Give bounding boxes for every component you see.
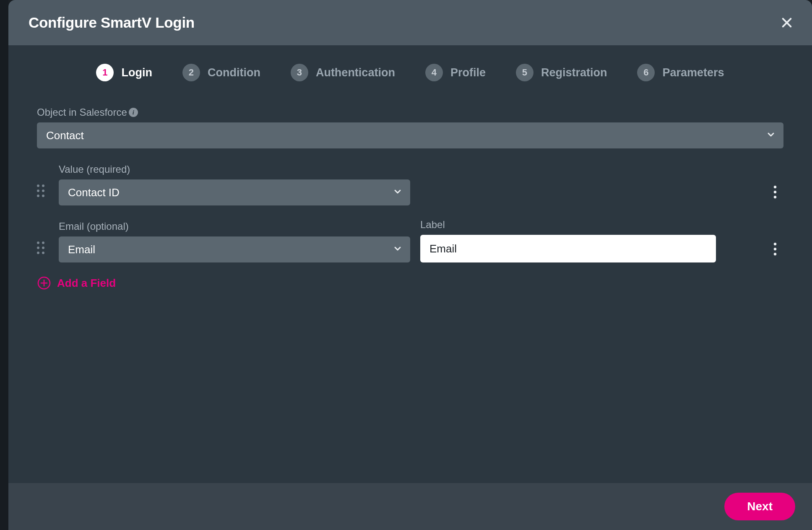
chevron-down-icon — [393, 244, 403, 255]
step-number: 5 — [516, 64, 534, 81]
value-select[interactable]: Contact ID — [59, 179, 410, 205]
row-menu-button[interactable] — [767, 185, 783, 205]
step-login[interactable]: 1 Login — [96, 64, 152, 81]
svg-point-7 — [774, 253, 776, 255]
step-authentication[interactable]: 3 Authentication — [291, 64, 395, 81]
modal-body: Object in Salesforce i Contact Value (re… — [8, 107, 812, 483]
configure-login-modal: Configure SmartV Login 1 Login 2 Conditi… — [8, 0, 812, 530]
field-select-label: Value (required) — [59, 164, 410, 175]
modal-footer: Next — [8, 483, 812, 530]
field-rows: Value (required) Contact ID — [37, 164, 783, 262]
step-number: 3 — [291, 64, 308, 81]
label-input[interactable] — [420, 235, 716, 262]
svg-point-6 — [774, 248, 776, 250]
add-field-label: Add a Field — [57, 277, 116, 290]
field-select-column: Email (optional) Email — [59, 221, 410, 262]
email-select[interactable]: Email — [59, 236, 410, 262]
close-icon — [780, 16, 794, 29]
step-number: 2 — [182, 64, 200, 81]
info-icon[interactable]: i — [129, 108, 138, 117]
step-parameters[interactable]: 6 Parameters — [637, 64, 724, 81]
backdrop — [0, 0, 8, 530]
close-button[interactable] — [777, 13, 797, 33]
modal-title: Configure SmartV Login — [29, 14, 195, 31]
step-label: Registration — [541, 66, 607, 79]
wizard-steps: 1 Login 2 Condition 3 Authentication 4 P… — [8, 45, 812, 107]
step-label: Condition — [208, 66, 260, 79]
modal-header: Configure SmartV Login — [8, 0, 812, 45]
step-label: Authentication — [316, 66, 395, 79]
drag-handle-icon[interactable] — [37, 242, 49, 262]
field-text-label: Label — [420, 219, 716, 231]
step-number: 6 — [637, 64, 655, 81]
object-select[interactable]: Contact — [37, 122, 783, 148]
row-menu-button[interactable] — [767, 242, 783, 262]
step-label: Profile — [450, 66, 486, 79]
field-select-column: Value (required) Contact ID — [59, 164, 410, 205]
svg-point-4 — [774, 196, 776, 198]
add-field-button[interactable]: Add a Field — [37, 276, 783, 290]
email-select-value: Email — [68, 243, 95, 256]
object-select-value: Contact — [46, 129, 84, 142]
step-number: 1 — [96, 64, 114, 81]
object-label-text: Object in Salesforce — [37, 107, 127, 118]
svg-point-3 — [774, 191, 776, 193]
drag-handle-icon[interactable] — [37, 184, 49, 205]
field-row: Value (required) Contact ID — [37, 164, 783, 205]
chevron-down-icon — [766, 130, 776, 141]
chevron-down-icon — [393, 187, 403, 198]
next-button[interactable]: Next — [724, 493, 795, 520]
field-row: Email (optional) Email Label — [37, 219, 783, 262]
step-profile[interactable]: 4 Profile — [425, 64, 486, 81]
step-registration[interactable]: 5 Registration — [516, 64, 607, 81]
value-select-value: Contact ID — [68, 186, 120, 199]
step-condition[interactable]: 2 Condition — [182, 64, 260, 81]
step-label: Login — [121, 66, 152, 79]
object-label: Object in Salesforce i — [37, 107, 783, 118]
field-select-label: Email (optional) — [59, 221, 410, 232]
kebab-menu-icon — [773, 185, 777, 199]
svg-point-5 — [774, 243, 776, 245]
step-number: 4 — [425, 64, 443, 81]
kebab-menu-icon — [773, 242, 777, 256]
plus-circle-icon — [37, 276, 51, 290]
step-label: Parameters — [662, 66, 724, 79]
field-text-column: Label — [420, 219, 716, 262]
svg-point-2 — [774, 186, 776, 188]
